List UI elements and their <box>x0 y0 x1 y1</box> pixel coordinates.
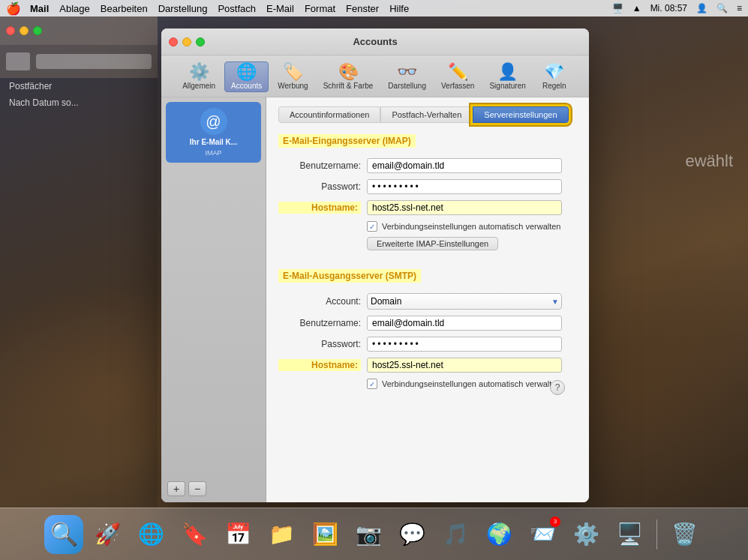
dock-mail[interactable]: 📨 3 <box>523 515 562 554</box>
dock-maps[interactable]: 🌍 <box>479 515 518 554</box>
menu-hilfe[interactable]: Hilfe <box>389 3 409 14</box>
menubar-screen-icon: 🖥️ <box>612 3 623 13</box>
dock-tv[interactable]: 🖥️ <box>610 515 649 554</box>
menu-email[interactable]: E-Mail <box>266 3 294 14</box>
allgemein-label: Allgemein <box>182 82 215 90</box>
tab-bar: Accountinformationen Postfach-Verhalten … <box>278 106 577 123</box>
dock-facetime[interactable]: 📷 <box>349 515 388 554</box>
tab-servereinstellungen[interactable]: Servereinstellungen <box>473 106 568 123</box>
modal-sidebar: @ Ihr E-Mail K... IMAP + − <box>161 97 266 502</box>
compose-btn[interactable] <box>6 52 30 70</box>
toolbar-accounts[interactable]: 🌐 Accounts <box>224 61 269 92</box>
help-button[interactable]: ? <box>550 380 565 395</box>
imap-passwort-row: Passwort: <box>278 179 577 194</box>
dock-calendar[interactable]: 📅 <box>218 515 257 554</box>
imap-benutzername-label: Benutzername: <box>278 160 361 171</box>
smtp-benutzername-input[interactable] <box>367 316 562 331</box>
advanced-imap-button[interactable]: Erweiterte IMAP-Einstellungen <box>367 237 498 250</box>
smtp-passwort-input[interactable] <box>367 337 562 352</box>
smtp-passwort-label: Passwort: <box>278 339 361 349</box>
accounts-modal: Accounts ⚙️ Allgemein 🌐 Accounts 🏷️ Werb… <box>161 28 589 502</box>
smtp-hostname-input[interactable] <box>367 358 562 373</box>
imap-checkbox-label: Verbindungseinstellungen automatisch ver… <box>382 222 561 231</box>
schrift-label: Schrift & Farbe <box>323 82 374 90</box>
toolbar-regeln[interactable]: 💎 Regeln <box>535 62 574 91</box>
modal-toolbar: ⚙️ Allgemein 🌐 Accounts 🏷️ Werbung 🎨 Sch… <box>161 55 589 97</box>
schrift-icon: 🎨 <box>338 64 359 80</box>
smtp-benutzername-label: Benutzername: <box>278 318 361 328</box>
allgemein-icon: ⚙️ <box>189 64 209 80</box>
menu-fenster[interactable]: Fenster <box>346 3 379 14</box>
modal-minimize-btn[interactable] <box>182 37 191 46</box>
dock-separator <box>656 520 657 550</box>
mail-content-text: ewählt <box>685 151 733 171</box>
menu-darstellung[interactable]: Darstellung <box>158 3 208 14</box>
menubar: 🍎 Mail Ablage Bearbeiten Darstellung Pos… <box>0 0 748 16</box>
smtp-benutzername-row: Benutzername: <box>278 316 577 331</box>
imap-hostname-input[interactable] <box>367 200 562 215</box>
dock-files[interactable]: 📁 <box>262 515 301 554</box>
smtp-checkbox-row: ✓ Verbindungseinstellungen automatisch v… <box>367 379 577 389</box>
dock-safari[interactable]: 🌐 <box>131 515 170 554</box>
toolbar-allgemein[interactable]: ⚙️ Allgemein <box>176 62 221 91</box>
smtp-hostname-label: Hostname: <box>278 359 361 371</box>
signaturen-icon: 👤 <box>497 64 518 80</box>
postfaecher-label: Postfächer <box>0 78 158 94</box>
account-name: Ihr E-Mail K... <box>190 138 237 146</box>
dock-bookmark[interactable]: 🔖 <box>175 515 214 554</box>
dock-settings[interactable]: ⚙️ <box>566 515 605 554</box>
dock-music[interactable]: 🎵 <box>436 515 475 554</box>
imap-checkbox[interactable]: ✓ <box>367 221 377 232</box>
toolbar-darstellung[interactable]: 👓 Darstellung <box>382 62 432 91</box>
smtp-account-label: Account: <box>278 296 361 307</box>
menubar-menu-icon[interactable]: ≡ <box>737 3 742 13</box>
modal-close-btn[interactable] <box>169 37 178 46</box>
menu-bearbeiten[interactable]: Bearbeiten <box>101 3 148 14</box>
toolbar-verfassen[interactable]: ✏️ Verfassen <box>435 62 480 91</box>
apple-menu[interactable]: 🍎 <box>6 1 21 16</box>
menu-postfach[interactable]: Postfach <box>218 3 256 14</box>
dock-trash[interactable]: 🗑️ <box>665 515 704 554</box>
menu-mail[interactable]: Mail <box>30 3 49 14</box>
mail-search[interactable] <box>36 54 152 69</box>
imap-section-header: E-Mail-Eingangsserver (IMAP) <box>278 134 416 148</box>
sidebar-account[interactable]: @ Ihr E-Mail K... IMAP <box>166 102 261 163</box>
toolbar-signaturen[interactable]: 👤 Signaturen <box>483 62 531 91</box>
modal-body: @ Ihr E-Mail K... IMAP + − Accountinform… <box>161 97 589 502</box>
modal-zoom-btn[interactable] <box>196 37 205 46</box>
verfassen-label: Verfassen <box>441 82 474 90</box>
darstellung-label: Darstellung <box>388 82 426 90</box>
toolbar-werbung[interactable]: 🏷️ Werbung <box>272 62 314 91</box>
accounts-icon: 🌐 <box>236 64 257 80</box>
traffic-yellow[interactable] <box>20 26 29 35</box>
verfassen-icon: ✏️ <box>448 64 468 80</box>
regeln-icon: 💎 <box>544 64 564 80</box>
menubar-search-icon[interactable]: 🔍 <box>716 3 728 13</box>
darstellung-icon: 👓 <box>397 64 417 80</box>
imap-benutzername-input[interactable] <box>367 158 562 173</box>
imap-hostname-row: Hostname: <box>278 200 577 215</box>
mail-sidebar-header <box>0 16 158 45</box>
dock-finder[interactable]: 🔍 <box>44 515 83 554</box>
dock-launchpad[interactable]: 🚀 <box>88 515 127 554</box>
menu-ablage[interactable]: Ablage <box>59 3 89 14</box>
tab-accountinformationen[interactable]: Accountinformationen <box>278 106 380 123</box>
remove-account-button[interactable]: − <box>188 481 206 496</box>
add-account-button[interactable]: + <box>167 481 185 496</box>
toolbar-schrift[interactable]: 🎨 Schrift & Farbe <box>317 62 380 91</box>
tab-postfach-verhalten[interactable]: Postfach-Verhalten <box>380 106 473 123</box>
smtp-account-select-wrapper: Domain ▼ <box>367 293 562 310</box>
smtp-account-select[interactable]: Domain <box>367 293 562 310</box>
dock-messages[interactable]: 💬 <box>392 515 431 554</box>
menu-format[interactable]: Format <box>305 3 335 14</box>
imap-passwort-input[interactable] <box>367 179 562 194</box>
account-type: IMAP <box>205 149 221 157</box>
dock-photos[interactable]: 🖼️ <box>305 515 344 554</box>
smtp-checkbox[interactable]: ✓ <box>367 379 377 389</box>
werbung-icon: 🏷️ <box>283 64 303 80</box>
menubar-wifi-icon: ▲ <box>632 3 641 13</box>
mail-toolbar <box>0 45 158 78</box>
traffic-green[interactable] <box>33 26 42 35</box>
sidebar-controls: + − <box>161 475 266 502</box>
traffic-red[interactable] <box>6 26 15 35</box>
